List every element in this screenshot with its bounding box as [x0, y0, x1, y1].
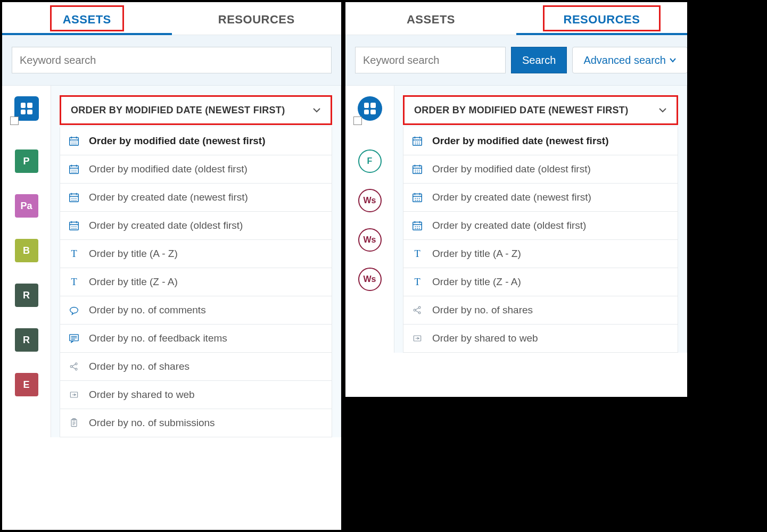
search-button[interactable]: Search — [511, 47, 567, 73]
share-icon — [411, 304, 424, 317]
sort-option[interactable]: Order by no. of submissions — [60, 409, 332, 437]
resource-type-badge[interactable]: Ws — [358, 189, 382, 212]
sort-option[interactable]: Order by shared to web — [60, 381, 332, 409]
tabs: ASSETS RESOURCES — [345, 2, 687, 35]
svg-text:T: T — [414, 277, 420, 287]
sort-option[interactable]: Order by created date (newest first) — [403, 184, 678, 212]
calendar-icon — [411, 135, 424, 147]
calendar-icon — [68, 191, 80, 204]
svg-point-73 — [419, 170, 420, 171]
advanced-search-button[interactable]: Advanced search — [572, 47, 688, 73]
comment-icon — [68, 304, 80, 317]
panel-resources: ASSETS RESOURCES Search Advanced search — [343, 0, 689, 399]
sharedweb-icon — [411, 332, 424, 345]
select-all-checkbox[interactable] — [10, 117, 19, 125]
tab-resources[interactable]: RESOURCES — [516, 2, 687, 35]
clipboard-icon — [68, 417, 80, 429]
sort-dropdown-list: Order by modified date (newest first) Or… — [60, 127, 332, 437]
sort-option-label: Order by title (Z - A) — [432, 276, 521, 288]
content-row: FWsWsWs ORDER BY MODIFIED DATE (NEWEST F… — [345, 86, 687, 353]
chevron-down-icon — [658, 106, 667, 114]
tab-assets[interactable]: ASSETS — [345, 2, 516, 35]
svg-line-49 — [72, 364, 76, 366]
svg-point-4 — [71, 142, 72, 143]
asset-type-badge[interactable]: P — [15, 149, 38, 173]
sort-option[interactable]: T Order by title (Z - A) — [60, 268, 332, 296]
resource-type-badge[interactable]: F — [358, 149, 382, 173]
sort-option-label: Order by shared to web — [432, 332, 538, 344]
sort-trigger-label: ORDER BY MODIFIED DATE (NEWEST FIRST) — [414, 105, 628, 116]
share-icon — [68, 360, 80, 373]
svg-point-14 — [71, 170, 72, 171]
svg-point-82 — [417, 198, 418, 199]
svg-point-72 — [417, 170, 418, 171]
svg-point-96 — [419, 228, 420, 229]
T-icon: T — [68, 276, 80, 288]
svg-point-95 — [417, 228, 418, 229]
svg-text:T: T — [71, 248, 77, 259]
search-button-label: Search — [522, 54, 556, 66]
sort-option[interactable]: T Order by title (Z - A) — [403, 268, 678, 296]
tabs: ASSETS RESOURCES — [2, 2, 341, 35]
sort-option-label: Order by no. of submissions — [89, 417, 215, 429]
svg-point-36 — [76, 226, 77, 227]
sort-dropdown-trigger[interactable]: ORDER BY MODIFIED DATE (NEWEST FIRST) — [60, 95, 332, 125]
svg-point-66 — [419, 144, 420, 145]
asset-type-badge[interactable]: E — [15, 373, 38, 396]
svg-point-6 — [76, 142, 77, 143]
sort-option[interactable]: Order by no. of comments — [60, 296, 332, 325]
calendar-icon — [411, 191, 424, 204]
sort-option[interactable]: Order by no. of shares — [60, 353, 332, 381]
sort-option[interactable]: T Order by title (A - Z) — [60, 240, 332, 268]
view-toggle-grid[interactable] — [13, 95, 40, 122]
sort-option[interactable]: Order by shared to web — [403, 325, 678, 352]
tab-assets[interactable]: ASSETS — [2, 2, 172, 35]
resource-type-badge[interactable]: Ws — [358, 268, 382, 291]
tab-resources[interactable]: RESOURCES — [172, 2, 342, 35]
asset-type-badge[interactable]: R — [15, 328, 38, 352]
sort-option[interactable]: Order by created date (oldest first) — [60, 212, 332, 240]
resource-type-badge[interactable]: Ws — [358, 228, 382, 252]
asset-type-badge[interactable]: R — [15, 284, 38, 307]
svg-point-8 — [73, 144, 75, 145]
sort-dropdown-trigger[interactable]: ORDER BY MODIFIED DATE (NEWEST FIRST) — [403, 95, 678, 125]
svg-point-26 — [76, 198, 77, 199]
sort-option-label: Order by shared to web — [89, 389, 195, 401]
search-bar — [2, 35, 341, 86]
sort-option[interactable]: Order by modified date (newest first) — [403, 127, 678, 155]
sort-column: ORDER BY MODIFIED DATE (NEWEST FIRST) Or… — [394, 86, 687, 353]
svg-point-94 — [415, 228, 416, 229]
search-input[interactable] — [12, 47, 332, 73]
svg-point-92 — [417, 226, 418, 227]
svg-point-47 — [75, 363, 77, 365]
svg-point-9 — [76, 144, 77, 145]
chevron-down-icon — [312, 106, 321, 114]
side-column: PPaBRRE — [2, 86, 51, 437]
sort-option-label: Order by modified date (newest first) — [89, 135, 266, 147]
svg-point-38 — [73, 228, 75, 229]
sort-option[interactable]: Order by created date (newest first) — [60, 184, 332, 212]
sort-option[interactable]: Order by modified date (newest first) — [60, 127, 332, 155]
sort-option[interactable]: Order by created date (oldest first) — [403, 212, 678, 240]
view-toggle-grid[interactable] — [357, 95, 383, 122]
svg-point-65 — [417, 144, 418, 145]
svg-point-83 — [419, 198, 420, 199]
sort-option[interactable]: Order by no. of feedback items — [60, 325, 332, 353]
sort-dropdown-list: Order by modified date (newest first) Or… — [403, 127, 678, 353]
svg-point-64 — [415, 144, 416, 145]
sort-option[interactable]: T Order by title (A - Z) — [403, 240, 678, 268]
svg-point-101 — [418, 312, 420, 314]
T-icon: T — [411, 276, 424, 288]
calendar-icon — [411, 219, 424, 232]
sort-option[interactable]: Order by modified date (oldest first) — [403, 155, 678, 184]
sort-option-label: Order by title (Z - A) — [89, 276, 178, 288]
search-input[interactable] — [355, 47, 506, 73]
sort-option[interactable]: Order by no. of shares — [403, 296, 678, 325]
select-all-checkbox[interactable] — [353, 117, 362, 125]
asset-type-badge[interactable]: B — [15, 239, 38, 262]
svg-line-50 — [72, 367, 76, 369]
svg-point-37 — [71, 228, 72, 229]
svg-point-46 — [70, 365, 72, 368]
asset-type-badge[interactable]: Pa — [15, 194, 38, 218]
sort-option[interactable]: Order by modified date (oldest first) — [60, 155, 332, 184]
